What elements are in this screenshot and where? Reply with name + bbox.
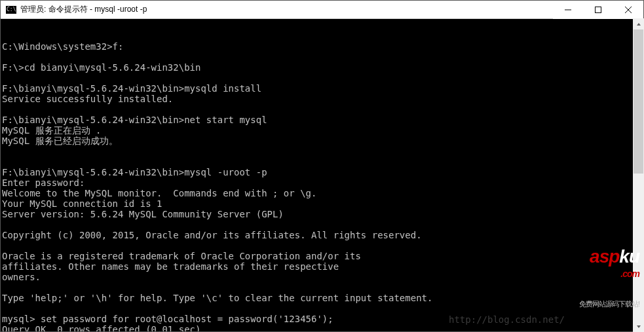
cmd-icon [6, 6, 16, 14]
maximize-button[interactable] [583, 1, 613, 19]
titlebar[interactable]: 管理员: 命令提示符 - mysql -uroot -p [1, 1, 643, 19]
watermark-com: .com [563, 268, 639, 279]
terminal-output: C:\Windows\system32>f: F:\>cd bianyi\mys… [2, 41, 643, 331]
window-title: 管理员: 命令提示符 - mysql -uroot -p [20, 4, 147, 15]
watermark-sub: 免费网站源码下载站! [563, 299, 639, 309]
cmd-window: 管理员: 命令提示符 - mysql -uroot -p C:\Windows\… [0, 0, 644, 332]
scroll-up-button[interactable] [633, 18, 644, 29]
watermark-logo: aspku .com 免费网站源码下载站! [563, 241, 639, 330]
watermark-ku: ku [619, 246, 639, 267]
svg-rect-1 [596, 7, 601, 12]
minimize-button[interactable] [553, 1, 583, 19]
svg-rect-0 [565, 9, 571, 10]
terminal-area[interactable]: C:\Windows\system32>f: F:\>cd bianyi\mys… [1, 19, 643, 331]
watermark-asp: asp [590, 246, 619, 267]
watermark-url: http://blog.csdn.net/ [449, 314, 565, 325]
close-button[interactable] [613, 1, 643, 19]
